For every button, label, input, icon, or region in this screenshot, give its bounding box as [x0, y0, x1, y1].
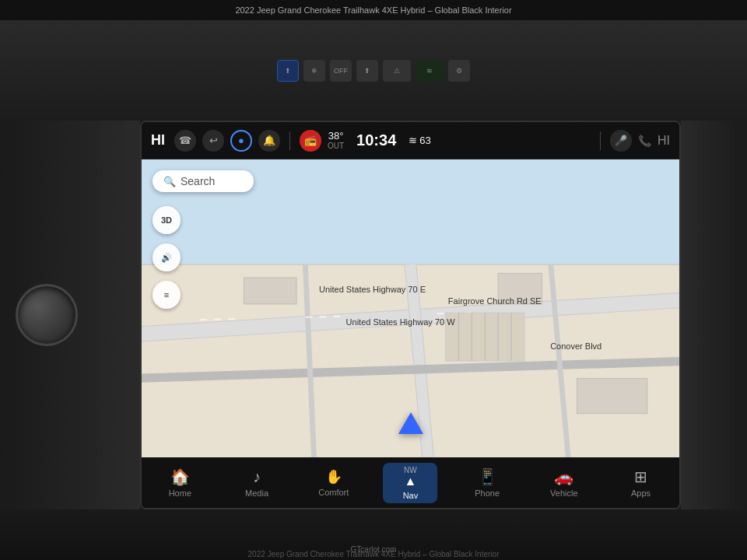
svg-rect-19 [244, 278, 296, 304]
nav-item-vehicle[interactable]: 🚗 Vehicle [537, 464, 591, 501]
sound-icon: 🔊 [161, 253, 172, 263]
nav-item-phone[interactable]: 📱 Phone [460, 464, 514, 501]
nav-item-nav[interactable]: NW ▲ Nav [383, 463, 437, 503]
nav-item-home[interactable]: 🏠 Home [153, 464, 207, 501]
fan-icon: ≋ [409, 135, 417, 146]
header-right: 🎤 📞 HI [597, 130, 670, 152]
search-icon: 🔍 [163, 176, 176, 187]
nav-item-comfort[interactable]: ✋ Comfort [307, 465, 361, 500]
phy-btn-3[interactable]: ⬆ [356, 60, 378, 82]
bottom-nav: 🏠 Home ♪ Media ✋ Comfort NW ▲ Nav 📱 Phon… [142, 457, 679, 508]
btn-3d[interactable]: 3D [153, 206, 181, 234]
phy-btn-4[interactable]: ⚠ [383, 60, 411, 82]
phy-btn-5[interactable]: ≋ [416, 60, 444, 82]
apps-label: Apps [631, 488, 651, 498]
main-screen: HI ☎ ↩ ● 🔔 📻 38° OUT 10:34 ≋ 63 🎤 📞 HI [140, 121, 681, 509]
apps-icon: ⊞ [634, 467, 647, 486]
fan-speed: 63 [419, 135, 430, 146]
phone-label: Phone [475, 488, 500, 498]
header-fan: ≋ 63 [409, 135, 430, 146]
btn-sound[interactable]: 🔊 [153, 243, 181, 271]
btn-menu[interactable]: ≡ [153, 281, 181, 309]
header-hi-label: HI [151, 132, 165, 149]
menu-icon: ≡ [164, 290, 169, 299]
navigation-arrow [398, 412, 423, 434]
title-bar: 2022 Jeep Grand Cherokee Trailhawk 4XE H… [0, 0, 747, 20]
header-bell-icon[interactable]: 🔔 [258, 130, 280, 152]
search-text: Search [181, 175, 215, 187]
search-bar[interactable]: 🔍 Search [153, 170, 254, 192]
header-radio-icon[interactable]: 📻 [300, 130, 321, 152]
header-sep-2 [600, 131, 601, 150]
header-temp: 38° OUT [328, 130, 344, 152]
header-circle-icon[interactable]: ● [230, 130, 252, 152]
nav-arrow-icon: ▲ [405, 474, 417, 488]
temp-value: 38° [328, 130, 344, 142]
header-sep-1 [289, 131, 290, 150]
page-title: 2022 Jeep Grand Cherokee Trailhawk 4XE H… [235, 5, 511, 15]
phy-btn-6[interactable]: ⚙ [448, 60, 470, 82]
svg-rect-21 [577, 379, 647, 414]
vehicle-icon: 🚗 [554, 467, 573, 486]
phy-btn-2[interactable]: ❄ [303, 60, 325, 82]
top-controls-bar: ⬆ ❄ OFF ⬆ ⚠ ≋ ⚙ [0, 20, 747, 121]
nav-compass: NW ▲ [404, 466, 417, 488]
nav-label: Nav [403, 491, 419, 500]
header-hi-right: HI [658, 134, 670, 148]
temp-label: OUT [328, 142, 344, 151]
compass-dir: NW [404, 466, 417, 474]
vehicle-label: Vehicle [550, 488, 577, 498]
screen-header: HI ☎ ↩ ● 🔔 📻 38° OUT 10:34 ≋ 63 🎤 📞 HI [142, 122, 679, 159]
svg-rect-20 [498, 273, 542, 303]
left-knob[interactable] [16, 284, 78, 346]
caption-text: 2022 Jeep Grand Cherokee Trailhawk 4XE H… [248, 550, 500, 558]
header-call-icon: 📞 [638, 135, 651, 147]
left-frame [0, 121, 140, 509]
phone-icon: 📱 [478, 467, 497, 486]
bottom-caption: 2022 Jeep Grand Cherokee Trailhawk 4XE H… [248, 550, 500, 558]
phy-btn-off[interactable]: OFF [330, 60, 352, 82]
nav-item-apps[interactable]: ⊞ Apps [614, 464, 668, 501]
header-back-icon[interactable]: ↩ [202, 130, 224, 152]
map-container: United States Highway 70 E Fairgrove Chu… [142, 159, 679, 457]
nav-item-media[interactable]: ♪ Media [230, 465, 284, 501]
header-mic-btn[interactable]: 🎤 [610, 130, 632, 152]
home-icon: 🏠 [170, 467, 190, 486]
comfort-label: Comfort [318, 488, 349, 497]
media-icon: ♪ [253, 468, 261, 486]
header-phone-icon[interactable]: ☎ [174, 130, 196, 152]
right-frame [681, 121, 747, 509]
media-label: Media [245, 488, 268, 498]
header-time: 10:34 [356, 131, 396, 149]
physical-controls: ⬆ ❄ OFF ⬆ ⚠ ≋ ⚙ [277, 20, 470, 121]
svg-line-11 [305, 317, 340, 317]
home-label: Home [169, 488, 191, 498]
phy-btn-1[interactable]: ⬆ [277, 60, 299, 82]
svg-line-10 [200, 319, 235, 320]
comfort-icon: ✋ [325, 468, 342, 485]
